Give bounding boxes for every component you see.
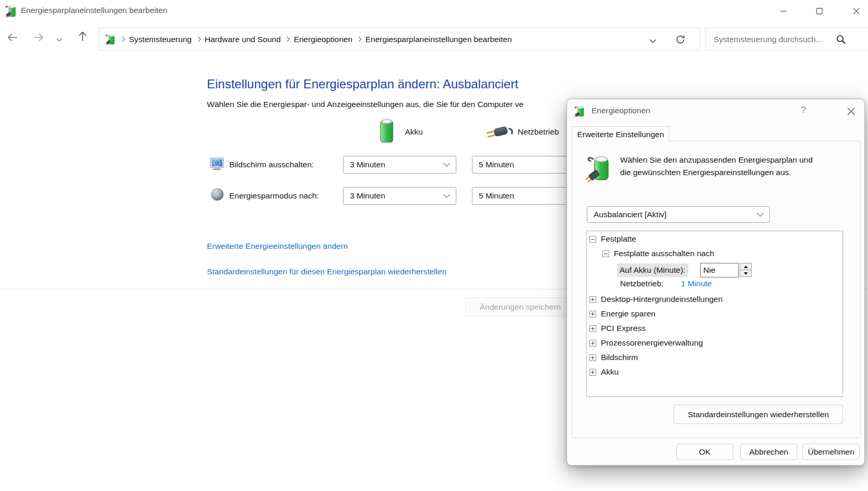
spinner-down-button[interactable] xyxy=(740,270,752,277)
forward-button[interactable] xyxy=(32,31,47,46)
navigation-bar: Systemsteuerung Hardware und Sound Energ… xyxy=(0,22,868,54)
apply-button[interactable]: Übernehmen xyxy=(803,444,860,460)
breadcrumb-separator-icon xyxy=(120,37,125,42)
close-button[interactable] xyxy=(844,0,868,22)
collapse-icon[interactable] xyxy=(589,236,596,243)
energieoptionen-dialog: Energieoptionen ? Erweiterte Einstellung… xyxy=(567,99,865,466)
chevron-down-icon xyxy=(443,160,450,167)
tree-setting-auf-akku[interactable]: Auf Akku (Minute): xyxy=(617,263,688,277)
tree-item-festplatte[interactable]: Festplatte xyxy=(601,234,636,244)
up-button[interactable] xyxy=(76,30,91,45)
breadcrumb-separator-icon xyxy=(357,37,362,42)
expand-icon[interactable] xyxy=(589,354,596,361)
auf-akku-minutes-input[interactable] xyxy=(700,263,739,277)
power-plan-icon xyxy=(5,4,17,18)
control-panel-window: Energiesparplaneinstellungen bearbeiten xyxy=(0,0,868,491)
dropdown-value: 5 Minuten xyxy=(479,191,514,201)
dialog-description-line1: Wählen Sie den anzupassenden Energiespar… xyxy=(620,155,813,165)
expand-icon[interactable] xyxy=(589,340,596,347)
window-title: Energiesparplaneinstellungen bearbeiten xyxy=(21,6,167,15)
expand-icon[interactable] xyxy=(589,369,596,376)
expand-icon[interactable] xyxy=(589,296,596,303)
plug-icon xyxy=(485,125,514,141)
collapse-icon[interactable] xyxy=(602,250,609,257)
breadcrumb-energiesparplaneinstellungen[interactable]: Energiesparplaneinstellungen bearbeiten xyxy=(365,35,512,44)
settings-tree-panel: Festplatte Festplatte ausschalten nach A… xyxy=(586,231,843,397)
bildschirm-akku-dropdown[interactable]: 3 Minuten xyxy=(343,156,456,174)
link-advanced-settings[interactable]: Erweiterte Energieeinstellungen ändern xyxy=(207,242,348,251)
breadcrumb-separator-icon xyxy=(195,37,201,42)
sleep-moon-icon xyxy=(211,188,223,201)
row-label-bildschirm: Bildschirm ausschalten: xyxy=(229,160,314,169)
recent-pages-chevron[interactable] xyxy=(56,35,64,42)
maximize-button[interactable] xyxy=(807,0,831,22)
dialog-power-icon xyxy=(574,105,585,117)
column-header-netzbetrieb: Netzbetrieb xyxy=(518,127,559,137)
plan-select-value: Ausbalanciert [Aktiv] xyxy=(594,210,666,219)
breadcrumb-hardware-und-sound[interactable]: Hardware und Sound xyxy=(205,35,281,44)
dialog-description-line2: die gewünschten Energiespareinstellungen… xyxy=(620,168,791,177)
energiesparmodus-akku-dropdown[interactable]: 3 Minuten xyxy=(343,187,456,205)
row-label-energiesparmodus: Energiesparmodus nach: xyxy=(229,191,319,201)
tab-label: Erweiterte Einstellungen xyxy=(577,130,664,139)
arrow-up-icon xyxy=(744,266,748,268)
refresh-icon[interactable] xyxy=(675,34,686,47)
expand-icon[interactable] xyxy=(589,325,596,332)
page-title: Einstellungen für Energiesparplan ändern… xyxy=(207,77,518,91)
column-header-akku: Akku xyxy=(405,127,423,137)
tree-netzbetrieb-label: Netzbetrieb: xyxy=(620,279,664,288)
cancel-button[interactable]: Abbrechen xyxy=(740,444,797,460)
tree-item-prozessorenergieverwaltung[interactable]: Prozessorenergieverwaltung xyxy=(601,338,703,348)
dialog-close-button[interactable] xyxy=(844,105,858,117)
minutes-spinner xyxy=(740,263,752,277)
tree-item-energie-sparen[interactable]: Energie sparen xyxy=(601,309,655,319)
tree-item-desktop-hintergrund[interactable]: Desktop-Hintergrundeinstellungen xyxy=(601,295,722,304)
dialog-title: Energieoptionen xyxy=(591,106,650,115)
spinner-up-button[interactable] xyxy=(740,263,752,270)
tree-setting-label: Auf Akku (Minute): xyxy=(620,266,686,275)
ok-button[interactable]: OK xyxy=(676,444,733,460)
breadcrumb-systemsteuerung[interactable]: Systemsteuerung xyxy=(129,35,192,44)
expand-icon[interactable] xyxy=(589,311,596,317)
dialog-body-power-icon xyxy=(586,154,612,182)
restore-defaults-button[interactable]: Standardeinstellungen wiederherstellen xyxy=(674,405,843,424)
display-icon xyxy=(210,157,224,172)
plan-select-dropdown[interactable]: Ausbalanciert [Aktiv] xyxy=(587,206,770,223)
tree-item-bildschirm[interactable]: Bildschirm xyxy=(601,353,638,362)
breadcrumb-energieoptionen[interactable]: Energieoptionen xyxy=(294,35,352,44)
title-bar: Energiesparplaneinstellungen bearbeiten xyxy=(0,0,868,22)
dropdown-value: 3 Minuten xyxy=(350,191,385,201)
battery-icon xyxy=(379,118,394,145)
address-dropdown-chevron[interactable] xyxy=(649,37,657,46)
back-button[interactable] xyxy=(6,31,21,46)
chevron-down-icon xyxy=(443,191,450,198)
dropdown-value: 5 Minuten xyxy=(479,160,514,169)
address-bar[interactable]: Systemsteuerung Hardware und Sound Energ… xyxy=(99,28,700,51)
tab-erweiterte-einstellungen[interactable]: Erweiterte Einstellungen xyxy=(572,126,669,142)
minimize-button[interactable] xyxy=(771,0,795,22)
save-changes-button[interactable]: Änderungen speichern xyxy=(465,297,575,317)
tree-item-pci-express[interactable]: PCI Express xyxy=(601,324,646,333)
tree-item-akku[interactable]: Akku xyxy=(601,367,619,377)
dropdown-value: 3 Minuten xyxy=(350,160,385,169)
tree-netzbetrieb-value-link[interactable]: 1 Minute xyxy=(681,279,712,288)
address-power-icon xyxy=(105,33,116,45)
search-input[interactable] xyxy=(713,34,834,45)
link-restore-defaults[interactable]: Standardeinstellungen für diesen Energie… xyxy=(207,267,446,276)
search-icon[interactable] xyxy=(836,34,846,47)
chevron-down-icon xyxy=(757,210,764,217)
page-subtitle: Wählen Sie die Energiespar- und Anzeigee… xyxy=(207,100,523,109)
arrow-down-icon xyxy=(744,272,748,275)
dialog-help-button[interactable]: ? xyxy=(801,105,806,115)
breadcrumb-separator-icon xyxy=(285,37,290,42)
tree-item-festplatte-ausschalten[interactable]: Festplatte ausschalten nach xyxy=(614,249,714,258)
search-box[interactable] xyxy=(705,28,868,51)
